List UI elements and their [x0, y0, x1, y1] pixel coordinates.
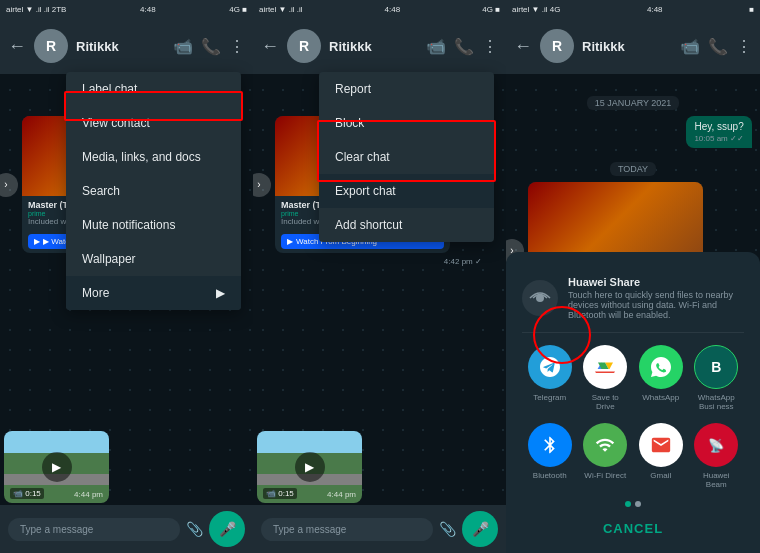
- signal-2: 4G ■: [482, 5, 500, 14]
- status-bar-1: airtel ▼ .il .il 2TB 4:48 4G ■: [0, 0, 253, 18]
- call-icon-1[interactable]: 📞: [201, 37, 221, 56]
- play-button-2[interactable]: ▶: [295, 452, 325, 482]
- menu-report[interactable]: Report: [319, 72, 494, 106]
- share-app-gmail[interactable]: Gmail: [639, 423, 683, 489]
- menu-add-shortcut[interactable]: Add shortcut: [319, 208, 494, 242]
- date-sep-3: 15 JANUARY 2021: [514, 92, 752, 110]
- cancel-button[interactable]: CANCEL: [603, 521, 663, 536]
- carrier-text-3: airtel ▼ .il 4G: [512, 5, 560, 14]
- menu-block[interactable]: Block: [319, 106, 494, 140]
- share-app-wifi[interactable]: Wi-Fi Direct: [583, 423, 627, 489]
- huawei-share-subtitle: Touch here to quickly send files to near…: [568, 290, 744, 320]
- bluetooth-label: Bluetooth: [533, 471, 567, 480]
- chat-header-3: ← R Ritikkk 📹 📞 ⋮: [506, 18, 760, 74]
- pagination-dots: [522, 497, 744, 511]
- video-duration-1: 📹 0:15: [10, 488, 44, 499]
- message-text-1: Hey, ssup?: [694, 121, 743, 132]
- share-app-whatsapp[interactable]: WhatsApp: [639, 345, 683, 411]
- mic-button-1[interactable]: 🎤: [209, 511, 245, 547]
- share-app-drive[interactable]: Save to Drive: [583, 345, 627, 411]
- message-bubble-1: Hey, ssup? 10:05 am ✓✓: [686, 116, 752, 148]
- share-app-bluetooth[interactable]: Bluetooth: [528, 423, 572, 489]
- contact-name-1: Ritikkk: [76, 39, 165, 54]
- chat-bottom-2: Type a message 📎 🎤: [253, 505, 506, 553]
- type-message-input-2[interactable]: Type a message: [261, 518, 433, 541]
- contact-name-3: Ritikkk: [582, 39, 672, 54]
- menu-view-contact[interactable]: View contact: [66, 106, 241, 140]
- call-icon-2[interactable]: 📞: [454, 37, 474, 56]
- msg-timestamp-2: 4:42 pm ✓: [261, 257, 498, 266]
- menu-export-chat[interactable]: Export chat: [319, 174, 494, 208]
- telegram-icon: [528, 345, 572, 389]
- dot-1: [625, 501, 631, 507]
- forward-button-1[interactable]: ›: [0, 173, 18, 197]
- carrier-text-2: airtel ▼ .il .il: [259, 5, 302, 14]
- message-bubble-wrapper: Hey, ssup? 10:05 am ✓✓: [514, 116, 752, 152]
- dropdown-menu-1: Label chat View contact Media, links, an…: [66, 72, 241, 310]
- more-icon-1[interactable]: ⋮: [229, 37, 245, 56]
- menu-clear-chat[interactable]: Clear chat: [319, 140, 494, 174]
- video-call-icon-3[interactable]: 📹: [680, 37, 700, 56]
- menu-label-chat[interactable]: Label chat: [66, 72, 241, 106]
- more-icon-3[interactable]: ⋮: [736, 37, 752, 56]
- chat-header-1: ← R Ritikkk 📹 📞 ⋮: [0, 18, 253, 74]
- huawei-share-icon: [522, 280, 558, 316]
- share-app-telegram[interactable]: Telegram: [528, 345, 572, 411]
- share-apps-row-2: Bluetooth Wi-Fi Direct Gmail: [522, 419, 744, 497]
- attachment-icon-2[interactable]: 📎: [439, 521, 456, 537]
- time-2: 4:48: [385, 5, 401, 14]
- video-call-icon-2[interactable]: 📹: [426, 37, 446, 56]
- whatsapp-label: WhatsApp: [642, 393, 679, 402]
- movie-thumbnail-3: [528, 182, 703, 262]
- menu-search[interactable]: Search: [66, 174, 241, 208]
- back-button-1[interactable]: ←: [8, 36, 26, 57]
- menu-mute[interactable]: Mute notifications: [66, 208, 241, 242]
- call-icon-3[interactable]: 📞: [708, 37, 728, 56]
- play-button-1[interactable]: ▶: [42, 452, 72, 482]
- more-icon-2[interactable]: ⋮: [482, 37, 498, 56]
- status-bar-3: airtel ▼ .il 4G 4:48 ■: [506, 0, 760, 18]
- time-1: 4:48: [140, 5, 156, 14]
- video-call-icon-1[interactable]: 📹: [173, 37, 193, 56]
- back-button-2[interactable]: ←: [261, 36, 279, 57]
- avatar-2: R: [287, 29, 321, 63]
- telegram-label: Telegram: [533, 393, 566, 402]
- drive-label: Save to Drive: [583, 393, 627, 411]
- share-app-huawei-beam[interactable]: 📡 Huawei Beam: [694, 423, 738, 489]
- type-placeholder-1: Type a message: [20, 524, 93, 535]
- menu-media-links[interactable]: Media, links, and docs: [66, 140, 241, 174]
- whatsapp-biz-icon: B: [694, 345, 738, 389]
- chat-bottom-1: Type a message 📎 🎤: [0, 505, 253, 553]
- menu-wallpaper[interactable]: Wallpaper: [66, 242, 241, 276]
- huawei-beam-label: Huawei Beam: [694, 471, 738, 489]
- status-bar-2: airtel ▼ .il .il 4:48 4G ■: [253, 0, 506, 18]
- drive-icon: [583, 345, 627, 389]
- panel-3: airtel ▼ .il 4G 4:48 ■ ← R Ritikkk 📹 📞 ⋮…: [506, 0, 760, 553]
- gmail-icon: [639, 423, 683, 467]
- avatar-3: R: [540, 29, 574, 63]
- panel-1: airtel ▼ .il .il 2TB 4:48 4G ■ ← R Ritik…: [0, 0, 253, 553]
- huawei-share-title: Huawei Share: [568, 276, 744, 288]
- time-3: 4:48: [647, 5, 663, 14]
- watch-icon-2: ▶: [287, 237, 293, 246]
- back-button-3[interactable]: ←: [514, 36, 532, 57]
- share-app-whatsapp-biz[interactable]: B WhatsApp Busi ness: [694, 345, 738, 411]
- panel-2: airtel ▼ .il .il 4:48 4G ■ ← R Ritikkk 📹…: [253, 0, 506, 553]
- attachment-icon-1[interactable]: 📎: [186, 521, 203, 537]
- mic-button-2[interactable]: 🎤: [462, 511, 498, 547]
- type-message-input-1[interactable]: Type a message: [8, 518, 180, 541]
- video-duration-2: 📹 0:15: [263, 488, 297, 499]
- today-separator: TODAY: [514, 158, 752, 176]
- contact-name-2: Ritikkk: [329, 39, 418, 54]
- forward-button-2[interactable]: ›: [253, 173, 271, 197]
- share-apps-row-1: Telegram Save to Drive: [522, 333, 744, 419]
- share-sheet: Huawei Share Touch here to quickly send …: [506, 252, 760, 553]
- wifi-direct-label: Wi-Fi Direct: [584, 471, 626, 480]
- signal-3: ■: [749, 5, 754, 14]
- chat-header-2: ← R Ritikkk 📹 📞 ⋮: [253, 18, 506, 74]
- signal-1: 4G ■: [229, 5, 247, 14]
- wifi-direct-icon: [583, 423, 627, 467]
- gmail-label: Gmail: [650, 471, 671, 480]
- menu-more[interactable]: More ▶: [66, 276, 241, 310]
- video-thumb-bottom-2: ▶ 📹 0:15 4:44 pm: [257, 431, 362, 503]
